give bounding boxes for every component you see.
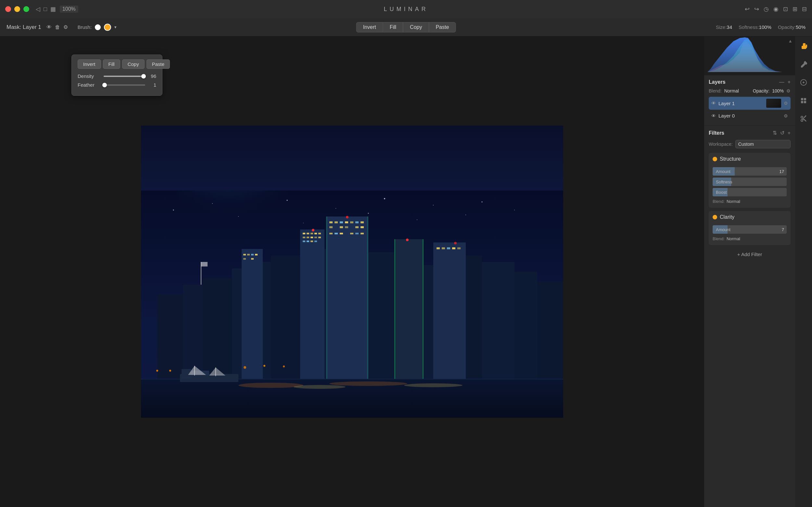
structure-amount-slider[interactable]: Amount 17 [713, 167, 786, 176]
popup-copy-btn[interactable]: Copy [122, 59, 145, 69]
workspace-row: Workspace: Custom [709, 140, 791, 148]
svg-rect-45 [326, 217, 368, 385]
svg-rect-37 [307, 237, 309, 238]
svg-rect-73 [255, 254, 258, 256]
svg-rect-28 [514, 272, 537, 385]
undo-icon[interactable]: ↩ [745, 5, 750, 13]
right-panel: ▲ Layers — + Blend: Normal Opacity: 100%… [704, 36, 795, 507]
clarity-name: Clarity [720, 214, 734, 220]
svg-rect-75 [251, 258, 254, 260]
layers-title: Layers [709, 79, 726, 85]
city-skyline-svg [141, 190, 563, 418]
brush-orange-dot[interactable] [104, 24, 111, 31]
browse-icon[interactable]: ▦ [50, 5, 56, 13]
copy-button[interactable]: Copy [403, 22, 429, 33]
structure-boost-slider[interactable]: Boost [713, 188, 786, 196]
blend-settings-btn[interactable]: ⚙ [786, 88, 791, 94]
layer-item-1[interactable]: 👁 Layer 1 ⚙ [709, 97, 791, 110]
svg-rect-46 [326, 217, 327, 385]
brush-properties: Size:34 Softness:100% Opacity:50% [716, 24, 806, 30]
clarity-blend-row: Blend: Normal [713, 236, 786, 241]
maximize-button[interactable] [23, 6, 29, 12]
close-button[interactable] [5, 6, 11, 12]
minimize-button[interactable] [14, 6, 20, 12]
svg-point-14 [465, 215, 466, 215]
filters-refresh-btn[interactable]: ↺ [780, 130, 784, 136]
right-sidebar [795, 36, 812, 507]
clarity-amount-slider[interactable]: Amount 7 [713, 225, 786, 234]
svg-rect-110 [804, 101, 806, 103]
tool-mask[interactable] [798, 76, 809, 88]
tool-grid[interactable] [798, 95, 809, 107]
layers-add-btn[interactable]: + [788, 79, 791, 85]
layers-blend-row: Blend: Normal Opacity: 100% ⚙ [709, 88, 791, 94]
window-icon[interactable]: □ [44, 6, 47, 13]
clarity-header[interactable]: Clarity [709, 211, 791, 223]
zoom-level[interactable]: 100% [60, 5, 78, 13]
layers-collapse-btn[interactable]: — [779, 79, 784, 85]
structure-header[interactable]: Structure [709, 153, 791, 165]
redo-icon[interactable]: ↪ [754, 5, 759, 13]
histogram-expand-icon[interactable]: ▲ [788, 38, 793, 44]
popup-fill-btn[interactable]: Fill [103, 59, 120, 69]
blend-value[interactable]: Normal [724, 88, 739, 94]
svg-rect-54 [360, 221, 364, 223]
popup-paste-btn[interactable]: Paste [147, 59, 170, 69]
layout-icon[interactable]: ⊟ [802, 5, 807, 13]
svg-point-93 [404, 383, 462, 387]
clarity-amount-row: Amount 7 [713, 225, 786, 234]
svg-point-90 [239, 383, 303, 388]
opacity-label: Opacity: [753, 88, 769, 94]
clarity-amount-value: 7 [782, 227, 784, 232]
filters-add-btn[interactable]: + [788, 130, 791, 136]
split-icon[interactable]: ⊡ [783, 5, 788, 13]
svg-rect-87 [201, 262, 208, 267]
invert-button[interactable]: Invert [356, 22, 383, 33]
clarity-filter-card: Clarity Amount 7 Blend: Normal [709, 211, 791, 245]
add-filter-button[interactable]: + Add Filter [709, 248, 791, 260]
density-slider[interactable] [104, 76, 145, 77]
grid2-icon[interactable]: ⊞ [793, 5, 797, 13]
layer1-settings-btn[interactable]: ⚙ [784, 101, 788, 106]
svg-rect-72 [251, 254, 254, 256]
tool-scissors[interactable] [798, 113, 809, 125]
svg-point-104 [263, 365, 265, 367]
canvas-area[interactable]: Invert Fill Copy Paste Density 96 Feathe… [0, 36, 704, 507]
tool-hand[interactable] [798, 40, 809, 52]
structure-dot [713, 157, 717, 161]
mask-eye-button[interactable]: 👁 [46, 24, 52, 30]
mask-delete-button[interactable]: 🗑 [55, 24, 60, 30]
feather-slider[interactable] [104, 84, 145, 86]
tool-eyedropper[interactable] [798, 58, 809, 70]
history-icon[interactable]: ◷ [764, 5, 769, 13]
density-value: 96 [148, 73, 156, 79]
clarity-blend-value[interactable]: Normal [726, 236, 740, 241]
fill-button[interactable]: Fill [383, 22, 403, 33]
structure-softness-slider[interactable]: Softness [713, 177, 786, 186]
svg-rect-49 [335, 221, 338, 223]
canvas-image[interactable] [141, 126, 563, 418]
traffic-lights [5, 6, 29, 12]
svg-point-105 [283, 365, 285, 368]
back-icon[interactable]: ◁ [36, 5, 40, 13]
svg-rect-41 [303, 240, 305, 242]
layer0-settings-btn[interactable]: ⚙ [784, 113, 788, 118]
layer1-eye-icon[interactable]: 👁 [711, 101, 716, 106]
opacity-value[interactable]: 100% [772, 88, 784, 94]
histogram-area: ▲ [704, 36, 795, 75]
mask-settings-button[interactable]: ⚙ [63, 24, 68, 30]
preview-icon[interactable]: ◉ [773, 5, 778, 13]
svg-rect-44 [314, 240, 317, 242]
svg-rect-52 [350, 221, 353, 223]
paste-button[interactable]: Paste [429, 22, 456, 33]
popup-invert-btn[interactable]: Invert [78, 59, 101, 69]
layer0-eye-icon[interactable]: 👁 [711, 113, 716, 118]
layer-item-0[interactable]: 👁 Layer 0 ⚙ [709, 111, 791, 120]
workspace-select[interactable]: Custom [735, 140, 791, 148]
filters-sort-btn[interactable]: ⇅ [773, 130, 777, 136]
svg-rect-33 [310, 233, 313, 234]
size-label: Size:34 [716, 24, 732, 30]
svg-rect-51 [345, 221, 348, 223]
brush-dropdown-icon[interactable]: ▾ [114, 25, 117, 30]
structure-blend-value[interactable]: Normal [726, 199, 740, 204]
